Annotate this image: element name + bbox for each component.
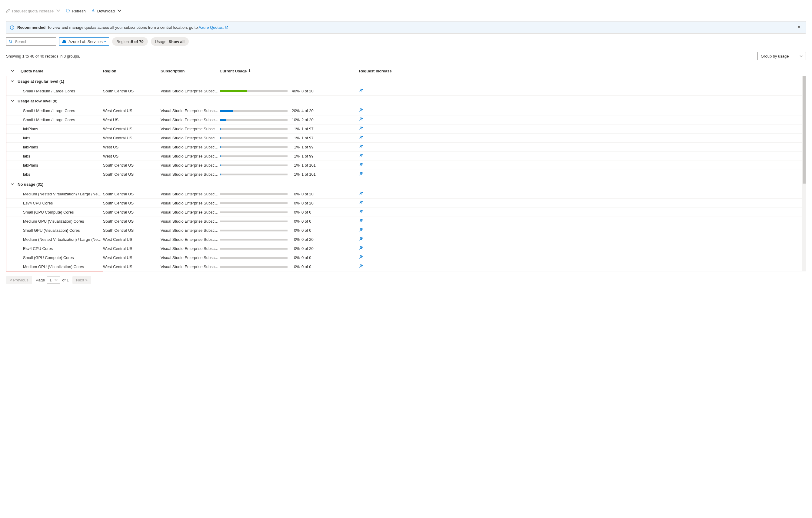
request-increase-button[interactable] <box>359 264 364 269</box>
table-row[interactable]: Small (GPU Compute) CoresWest Central US… <box>6 253 806 262</box>
header-region[interactable]: Region <box>103 69 161 73</box>
header-subscription[interactable]: Subscription <box>161 69 220 73</box>
request-increase-button[interactable] <box>359 191 364 196</box>
cell-usage: 1% <box>220 145 301 149</box>
cell-of: 0 of 20 <box>301 201 359 205</box>
cell-region: South Central US <box>103 201 161 205</box>
svg-point-6 <box>360 118 362 119</box>
table-row[interactable]: Small / Medium / Large CoresSouth Centra… <box>6 87 806 96</box>
pencil-icon <box>6 8 10 13</box>
cell-subscription: Visual Studio Enterprise Subscri… <box>161 210 220 214</box>
scrollbar[interactable] <box>802 76 806 271</box>
svg-point-18 <box>360 237 362 239</box>
usage-filter-pill[interactable]: Usage : Show all <box>151 37 189 46</box>
scrollbar-thumb[interactable] <box>803 76 806 183</box>
svg-point-17 <box>360 228 362 230</box>
request-increase-button[interactable] <box>359 117 364 122</box>
cell-quota-name: labPlans <box>6 145 103 149</box>
azure-quotas-link[interactable]: Azure Quotas. <box>199 25 224 30</box>
download-label: Download <box>97 9 115 13</box>
banner-message: To view and manage quotas across all you… <box>47 25 228 30</box>
table-row[interactable]: labPlansWest Central USVisual Studio Ent… <box>6 124 806 134</box>
chevron-down-icon <box>800 54 803 58</box>
banner-close-button[interactable] <box>796 24 802 31</box>
table-row[interactable]: Medium (Nested Virtualization) / Large (… <box>6 190 806 199</box>
table-row[interactable]: labsWest USVisual Studio Enterprise Subs… <box>6 152 806 161</box>
table-row[interactable]: labPlansWest USVisual Studio Enterprise … <box>6 143 806 152</box>
cell-of: 1 of 101 <box>301 172 359 177</box>
region-filter-pill[interactable]: Region : 5 of 79 <box>112 37 148 46</box>
group-by-dropdown[interactable]: Group by usage <box>757 52 806 60</box>
cell-of: 0 of 0 <box>301 264 359 269</box>
table-row[interactable]: Esv4 CPU CoresSouth Central USVisual Stu… <box>6 199 806 208</box>
search-field[interactable] <box>14 39 53 44</box>
svg-point-12 <box>360 172 362 174</box>
usage-bar <box>220 211 288 213</box>
region-filter-value: 5 of 79 <box>131 39 143 44</box>
request-increase-button[interactable] <box>359 200 364 205</box>
previous-button[interactable]: < Previous <box>6 276 32 284</box>
table-row[interactable]: labsSouth Central USVisual Studio Enterp… <box>6 170 806 179</box>
usage-filter-label: Usage : <box>155 39 169 44</box>
table-row[interactable]: labPlansSouth Central USVisual Studio En… <box>6 161 806 170</box>
table-row[interactable]: Small / Medium / Large CoresWest Central… <box>6 106 806 115</box>
refresh-button[interactable]: Refresh <box>66 8 86 13</box>
cell-of: 1 of 97 <box>301 126 359 131</box>
table-row[interactable]: Small GPU (Visualization) CoresSouth Cen… <box>6 226 806 235</box>
cell-usage: 1% <box>220 126 301 131</box>
request-increase-button[interactable] <box>359 126 364 131</box>
group-row[interactable]: No usage (31) <box>6 179 806 190</box>
request-increase-button[interactable] <box>359 209 364 214</box>
header-quota-name[interactable]: Quota name <box>6 69 103 73</box>
provider-dropdown[interactable]: Azure Lab Services <box>59 37 109 46</box>
request-increase-button[interactable] <box>359 255 364 260</box>
cell-of: 0 of 0 <box>301 219 359 224</box>
cell-of: 1 of 99 <box>301 154 359 159</box>
request-increase-button[interactable] <box>359 153 364 158</box>
request-quota-increase-button[interactable]: Request quota increase <box>6 8 60 13</box>
chevron-down-icon <box>11 69 14 73</box>
cell-usage: 0% <box>220 210 301 214</box>
cell-usage: 1% <box>220 172 301 177</box>
cell-quota-name: Esv4 CPU Cores <box>6 246 103 251</box>
group-row[interactable]: Usage at regular level (1) <box>6 76 806 87</box>
request-increase-button[interactable] <box>359 237 364 241</box>
usage-percent: 1% <box>288 145 301 149</box>
next-button[interactable]: Next > <box>72 276 91 284</box>
toolbar: Request quota increase Refresh Download <box>6 6 806 16</box>
cell-subscription: Visual Studio Enterprise Subscri… <box>161 118 220 122</box>
usage-bar <box>220 239 288 240</box>
table-row[interactable]: Medium GPU (Visualization) CoresWest Cen… <box>6 262 806 271</box>
cell-subscription: Visual Studio Enterprise Subscri… <box>161 192 220 196</box>
request-increase-button[interactable] <box>359 144 364 149</box>
cell-region: South Central US <box>103 219 161 224</box>
chevron-down-icon <box>11 182 14 186</box>
request-increase-button[interactable] <box>359 246 364 251</box>
table-row[interactable]: labsWest Central USVisual Studio Enterpr… <box>6 134 806 143</box>
table-row[interactable]: Medium (Nested Virtualization) / Large (… <box>6 235 806 244</box>
header-request-increase[interactable]: Request Increase <box>359 69 392 73</box>
svg-rect-2 <box>12 27 12 28</box>
search-input[interactable] <box>6 37 56 46</box>
usage-bar <box>220 155 288 157</box>
cell-of: 1 of 99 <box>301 145 359 149</box>
header-current-usage[interactable]: Current Usage <box>220 69 301 73</box>
group-row[interactable]: Usage at low level (8) <box>6 96 806 106</box>
usage-percent: 20% <box>288 109 301 113</box>
cell-usage: 10% <box>220 118 301 122</box>
request-increase-button[interactable] <box>359 135 364 140</box>
request-increase-button[interactable] <box>359 108 364 113</box>
table-row[interactable]: Small / Medium / Large CoresWest USVisua… <box>6 115 806 124</box>
table-row[interactable]: Small (GPU Compute) CoresSouth Central U… <box>6 208 806 217</box>
request-increase-button[interactable] <box>359 171 364 176</box>
pager: < Previous Page 1 of 1 Next > <box>6 275 806 290</box>
cell-usage: 1% <box>220 136 301 140</box>
table-row[interactable]: Esv4 CPU CoresWest Central USVisual Stud… <box>6 244 806 253</box>
page-select[interactable]: 1 <box>47 277 60 284</box>
table-row[interactable]: Medium GPU (Visualization) CoresSouth Ce… <box>6 217 806 226</box>
request-increase-button[interactable] <box>359 228 364 232</box>
request-increase-button[interactable] <box>359 219 364 223</box>
request-increase-button[interactable] <box>359 162 364 167</box>
download-button[interactable]: Download <box>91 8 121 13</box>
request-increase-button[interactable] <box>359 88 364 93</box>
